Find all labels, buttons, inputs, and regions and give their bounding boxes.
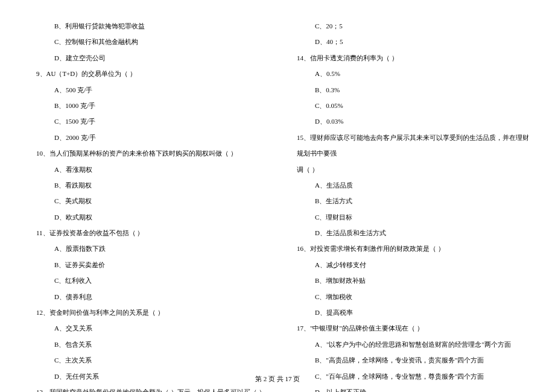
question-15: 15、理财师应该尽可能地去向客户展示其未来可以享受到的生活品质，并在理财规划书中… (297, 130, 531, 162)
option-text: B、增加财政补贴 (297, 273, 531, 288)
option-text: A、看涨期权 (36, 162, 270, 177)
option-text: B、"高贵品牌，全球网络，专业资讯，贵宾服务"四个方面 (297, 352, 531, 368)
question-16: 16、对投资需求增长有刺激作用的财政政策是（ ） (297, 241, 531, 256)
option-text: C、控制银行和其他金融机构 (36, 34, 270, 49)
page-footer: 第 2 页 共 17 页 (0, 375, 555, 384)
option-text: D、提高税率 (297, 305, 531, 320)
question-11: 11、证券投资基金的收益不包括（ ） (36, 225, 270, 241)
option-text: C、美式期权 (36, 193, 270, 209)
option-text: D、欧式期权 (36, 209, 270, 225)
option-text: A、"以客户为中心的经营思路和智慧创造财富的经营理念"两个方面 (297, 337, 531, 352)
left-column: B、利用银行贷款掩饰犯罪收益 C、控制银行和其他金融机构 D、建立空壳公司 9、… (36, 18, 270, 392)
option-text: D、以上都不正确 (297, 384, 531, 392)
option-text: C、理财目标 (297, 209, 531, 225)
option-text: D、0.03% (297, 113, 531, 129)
option-text: B、1000 克/手 (36, 98, 270, 113)
question-13: 13、我国航空意外险每份保单地保险金额为（ ）万元。投保人最多可以买（ ）份。 (36, 384, 270, 392)
question-9: 9、AU（T+D）的交易单位为（ ） (36, 66, 270, 81)
option-text: D、2000 克/手 (36, 130, 270, 145)
question-14: 14、信用卡透支消费的利率为（ ） (297, 50, 531, 66)
option-text: C、主次关系 (36, 352, 270, 368)
option-text: D、建立空壳公司 (36, 50, 270, 66)
option-text: B、包含关系 (36, 337, 270, 352)
option-text: C、0.05% (297, 98, 531, 113)
option-text: A、减少转移支付 (297, 257, 531, 273)
question-15-tail: 调（ ） (297, 162, 531, 177)
option-text: C、20；5 (297, 18, 531, 34)
option-text: A、0.5% (297, 66, 531, 81)
option-text: D、生活品质和生活方式 (297, 225, 531, 241)
option-text: A、交叉关系 (36, 320, 270, 336)
option-text: A、生活品质 (297, 177, 531, 193)
question-17: 17、"中银理财"的品牌价值主要体现在（ ） (297, 320, 531, 336)
question-12: 12、资金时间价值与利率之间的关系是（ ） (36, 305, 270, 320)
option-text: B、看跌期权 (36, 177, 270, 193)
option-text: D、40；5 (297, 34, 531, 49)
option-text: B、生活方式 (297, 193, 531, 209)
option-text: A、500 克/手 (36, 82, 270, 98)
option-text: A、股票指数下跌 (36, 241, 270, 256)
option-text: C、1500 克/手 (36, 113, 270, 129)
option-text: B、证券买卖差价 (36, 257, 270, 273)
option-text: C、增加税收 (297, 289, 531, 305)
option-text: D、债券利息 (36, 289, 270, 305)
question-10: 10、当人们预期某种标的资产的未来价格下跌时购买的期权叫做（ ） (36, 145, 270, 161)
right-column: C、20；5 D、40；5 14、信用卡透支消费的利率为（ ） A、0.5% B… (297, 18, 531, 392)
option-text: B、0.3% (297, 82, 531, 98)
option-text: C、红利收入 (36, 273, 270, 288)
option-text: B、利用银行贷款掩饰犯罪收益 (36, 18, 270, 34)
